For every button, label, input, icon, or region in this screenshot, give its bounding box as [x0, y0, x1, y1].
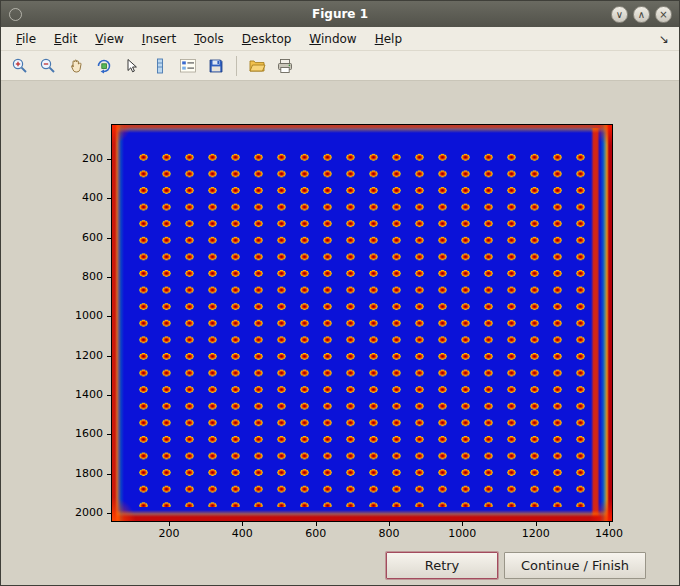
- window-title: Figure 1: [1, 7, 679, 21]
- figure-window: Figure 1 ∨ ∧ × FileEditViewInsertToolsDe…: [0, 0, 680, 586]
- xtick-1200: 1200: [506, 527, 566, 540]
- maximize-button[interactable]: ∧: [633, 6, 650, 23]
- ytick-1800: 1800: [75, 468, 103, 480]
- menu-edit[interactable]: Edit: [45, 29, 86, 49]
- titlebar: Figure 1 ∨ ∧ ×: [1, 1, 679, 27]
- ytick-1200: 1200: [75, 350, 103, 362]
- minimize-button[interactable]: ∨: [611, 6, 628, 23]
- ytick-1400: 1400: [75, 389, 103, 401]
- xtick-1000: 1000: [432, 527, 492, 540]
- menu-file[interactable]: File: [7, 29, 45, 49]
- retry-button[interactable]: Retry: [386, 552, 498, 579]
- print-icon[interactable]: [272, 53, 298, 79]
- menu-help[interactable]: Help: [366, 29, 411, 49]
- continue-finish-button[interactable]: Continue / Finish: [504, 552, 646, 579]
- menu-items: FileEditViewInsertToolsDesktopWindowHelp: [1, 29, 411, 49]
- xtick-1400: 1400: [579, 527, 639, 540]
- xtick-800: 800: [359, 527, 419, 540]
- y-axis-tick-labels: 200400600800100012001400160018002000: [31, 153, 103, 519]
- xtick-400: 400: [212, 527, 272, 540]
- pan-hand-icon[interactable]: [63, 53, 89, 79]
- ytick-1600: 1600: [75, 428, 103, 440]
- toolbar: [1, 51, 679, 81]
- xtick-600: 600: [286, 527, 346, 540]
- xtick-200: 200: [139, 527, 199, 540]
- rotate-3d-icon[interactable]: [91, 53, 117, 79]
- open-folder-icon[interactable]: [244, 53, 270, 79]
- menu-desktop[interactable]: Desktop: [233, 29, 301, 49]
- zoom-out-icon[interactable]: [35, 53, 61, 79]
- menubar: FileEditViewInsertToolsDesktopWindowHelp…: [1, 27, 679, 51]
- menu-tools[interactable]: Tools: [185, 29, 233, 49]
- ytick-2000: 2000: [75, 507, 103, 519]
- spot-grid: [132, 149, 590, 507]
- menu-window[interactable]: Window: [300, 29, 365, 49]
- zoom-in-icon[interactable]: [7, 53, 33, 79]
- figure-canvas: 200400600800100012001400160018002000 200…: [1, 81, 679, 585]
- ytick-400: 400: [82, 192, 103, 204]
- data-cursor-icon[interactable]: [119, 53, 145, 79]
- menu-view[interactable]: View: [86, 29, 132, 49]
- ytick-200: 200: [82, 153, 103, 165]
- toolbar-separator: [236, 56, 237, 76]
- right-hot-band: [591, 128, 600, 518]
- dock-figure-icon[interactable]: ↘: [659, 32, 679, 46]
- window-controls: ∨ ∧ ×: [611, 6, 679, 23]
- ytick-1000: 1000: [75, 310, 103, 322]
- insert-legend-icon[interactable]: [175, 53, 201, 79]
- save-icon[interactable]: [203, 53, 229, 79]
- menu-insert[interactable]: Insert: [133, 29, 185, 49]
- close-button[interactable]: ×: [655, 6, 672, 23]
- ytick-800: 800: [82, 271, 103, 283]
- microarray-image: [111, 124, 613, 522]
- colorbar-icon[interactable]: [147, 53, 173, 79]
- ytick-600: 600: [82, 232, 103, 244]
- x-axis-tick-labels: 200400600800100012001400: [139, 527, 639, 540]
